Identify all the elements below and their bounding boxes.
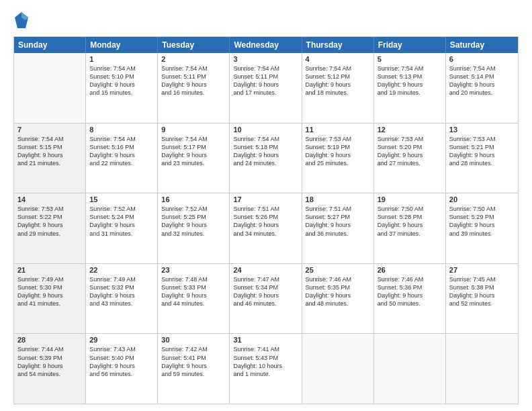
calendar-header-monday: Monday [86, 37, 158, 53]
cell-info-line: and 19 minutes. [378, 89, 442, 97]
calendar-header-row: SundayMondayTuesdayWednesdayThursdayFrid… [14, 37, 518, 53]
cell-info-line: Sunrise: 7:54 AM [89, 135, 154, 143]
calendar-cell: 13Sunrise: 7:53 AMSunset: 5:21 PMDayligh… [446, 124, 518, 193]
cell-info-line: and 1 minute. [233, 370, 298, 378]
cell-info-line: Sunrise: 7:47 AM [233, 275, 298, 283]
cell-info-line: Sunset: 5:25 PM [161, 213, 226, 221]
cell-info-line: Daylight: 9 hours [89, 81, 154, 89]
day-number: 13 [449, 126, 515, 134]
cell-info-line: Daylight: 9 hours [233, 81, 298, 89]
calendar-cell: 16Sunrise: 7:52 AMSunset: 5:25 PMDayligh… [158, 193, 230, 263]
cell-info-line: Daylight: 9 hours [17, 221, 82, 229]
cell-info-line: Daylight: 9 hours [89, 151, 154, 159]
day-number: 23 [161, 266, 226, 274]
calendar-cell: 23Sunrise: 7:48 AMSunset: 5:33 PMDayligh… [158, 264, 230, 334]
calendar-cell: 10Sunrise: 7:54 AMSunset: 5:18 PMDayligh… [230, 124, 302, 193]
cell-info-line: and 28 minutes. [449, 159, 515, 167]
calendar-cell [302, 334, 374, 404]
cell-info-line: and 20 minutes. [449, 89, 515, 97]
cell-info-line: Sunset: 5:40 PM [89, 354, 154, 362]
cell-info-line: Sunrise: 7:52 AM [89, 205, 154, 213]
calendar-cell [374, 334, 446, 404]
calendar-cell: 11Sunrise: 7:53 AMSunset: 5:19 PMDayligh… [302, 124, 374, 193]
calendar-cell: 26Sunrise: 7:46 AMSunset: 5:36 PMDayligh… [374, 264, 446, 334]
cell-info-line: Sunset: 5:34 PM [233, 283, 298, 291]
cell-info-line: Sunrise: 7:54 AM [378, 64, 442, 73]
cell-info-line: Sunrise: 7:53 AM [449, 135, 515, 143]
day-number: 10 [233, 126, 298, 134]
cell-info-line: Sunset: 5:11 PM [161, 73, 226, 81]
day-number: 8 [89, 126, 154, 134]
cell-info-line: Sunset: 5:32 PM [89, 283, 154, 291]
cell-info-line: and 50 minutes. [378, 300, 442, 308]
day-number: 5 [378, 55, 442, 63]
cell-info-line: Daylight: 10 hours [233, 362, 298, 370]
calendar-cell: 9Sunrise: 7:54 AMSunset: 5:17 PMDaylight… [158, 124, 230, 193]
day-number: 25 [306, 266, 370, 274]
calendar-cell: 14Sunrise: 7:53 AMSunset: 5:22 PMDayligh… [14, 193, 86, 263]
cell-info-line: Sunset: 5:14 PM [449, 73, 515, 81]
cell-info-line: Sunrise: 7:54 AM [161, 64, 226, 73]
day-number: 27 [449, 266, 515, 274]
cell-info-line: and 36 minutes. [306, 230, 370, 238]
cell-info-line: Sunrise: 7:54 AM [161, 135, 226, 143]
cell-info-line: Sunrise: 7:54 AM [17, 135, 82, 143]
cell-info-line: Sunrise: 7:44 AM [17, 345, 82, 353]
cell-info-line: Sunset: 5:16 PM [89, 143, 154, 151]
cell-info-line: Sunrise: 7:53 AM [306, 135, 370, 143]
cell-info-line: Sunset: 5:10 PM [89, 73, 154, 81]
cell-info-line: and 37 minutes. [378, 230, 442, 238]
cell-info-line: Sunrise: 7:54 AM [89, 64, 154, 73]
cell-info-line: Daylight: 9 hours [161, 291, 226, 300]
day-number: 3 [233, 55, 298, 63]
calendar-header-saturday: Saturday [446, 37, 518, 53]
cell-info-line: Sunset: 5:20 PM [378, 143, 442, 151]
cell-info-line: Daylight: 9 hours [233, 151, 298, 159]
day-number: 31 [233, 336, 298, 344]
cell-info-line: and 27 minutes. [378, 159, 442, 167]
cell-info-line: and 23 minutes. [161, 159, 226, 167]
cell-info-line: Daylight: 9 hours [233, 291, 298, 300]
cell-info-line: and 34 minutes. [233, 230, 298, 238]
calendar-cell: 12Sunrise: 7:53 AMSunset: 5:20 PMDayligh… [374, 124, 446, 193]
cell-info-line: Sunrise: 7:51 AM [306, 205, 370, 213]
calendar-week-3: 14Sunrise: 7:53 AMSunset: 5:22 PMDayligh… [14, 193, 518, 264]
cell-info-line: Sunset: 5:43 PM [233, 354, 298, 362]
cell-info-line: Sunrise: 7:49 AM [17, 275, 82, 283]
cell-info-line: and 44 minutes. [161, 300, 226, 308]
cell-info-line: Daylight: 9 hours [89, 362, 154, 370]
cell-info-line: Sunrise: 7:46 AM [378, 275, 442, 283]
cell-info-line: Sunset: 5:41 PM [161, 354, 226, 362]
day-number: 18 [306, 195, 370, 203]
day-number: 16 [161, 195, 226, 203]
cell-info-line: Daylight: 9 hours [449, 221, 515, 229]
cell-info-line: Daylight: 9 hours [233, 221, 298, 229]
cell-info-line: and 41 minutes. [17, 300, 82, 308]
day-number: 6 [449, 55, 515, 63]
cell-info-line: Sunset: 5:12 PM [306, 73, 370, 81]
day-number: 24 [233, 266, 298, 274]
cell-info-line: Daylight: 9 hours [449, 81, 515, 89]
cell-info-line: Sunset: 5:27 PM [306, 213, 370, 221]
calendar-cell: 8Sunrise: 7:54 AMSunset: 5:16 PMDaylight… [86, 124, 158, 193]
day-number: 4 [306, 55, 370, 63]
day-number: 29 [89, 336, 154, 344]
cell-info-line: Sunset: 5:15 PM [17, 143, 82, 151]
cell-info-line: and 48 minutes. [306, 300, 370, 308]
calendar-cell: 3Sunrise: 7:54 AMSunset: 5:11 PMDaylight… [230, 53, 302, 123]
cell-info-line: Daylight: 9 hours [161, 362, 226, 370]
cell-info-line: Daylight: 9 hours [161, 81, 226, 89]
calendar-header-thursday: Thursday [302, 37, 374, 53]
cell-info-line: and 15 minutes. [89, 89, 154, 97]
calendar-week-4: 21Sunrise: 7:49 AMSunset: 5:30 PMDayligh… [14, 264, 518, 334]
calendar-cell: 28Sunrise: 7:44 AMSunset: 5:39 PMDayligh… [14, 334, 86, 404]
day-number: 22 [89, 266, 154, 274]
calendar-week-2: 7Sunrise: 7:54 AMSunset: 5:15 PMDaylight… [14, 124, 518, 194]
cell-info-line: Daylight: 9 hours [449, 151, 515, 159]
cell-info-line: Sunrise: 7:48 AM [161, 275, 226, 283]
calendar-cell [446, 334, 518, 404]
cell-info-line: and 29 minutes. [17, 230, 82, 238]
cell-info-line: and 32 minutes. [161, 230, 226, 238]
cell-info-line: and 25 minutes. [306, 159, 370, 167]
day-number: 7 [17, 126, 82, 134]
